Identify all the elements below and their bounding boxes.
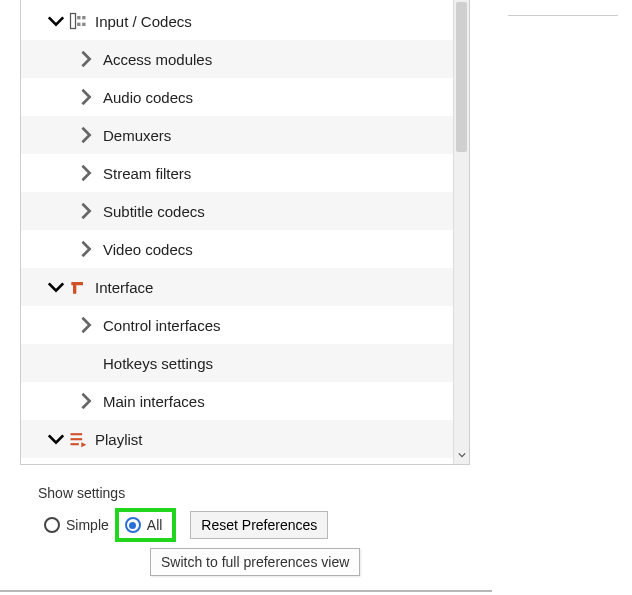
- svg-rect-7: [71, 443, 79, 445]
- tree-item-control-interfaces[interactable]: Control interfaces: [21, 306, 469, 344]
- tree-item-label: Stream filters: [103, 165, 191, 182]
- radio-dot-icon: [129, 522, 136, 529]
- settings-tree[interactable]: Input / Codecs Access modules Audio code…: [21, 0, 469, 464]
- chevron-right-icon: [77, 316, 95, 334]
- tree-item-label: Audio codecs: [103, 89, 193, 106]
- tree-category-label: Input / Codecs: [95, 13, 192, 30]
- tree-category-playlist[interactable]: Playlist: [21, 420, 469, 458]
- chevron-right-icon: [77, 392, 95, 410]
- chevron-down-icon: [47, 278, 65, 296]
- window-border-bottom: [0, 590, 492, 592]
- tree-item-label: Control interfaces: [103, 317, 221, 334]
- preferences-footer: Show settings Simple All Reset Preferenc…: [20, 475, 470, 543]
- codecs-icon: [65, 11, 91, 31]
- show-settings-label: Show settings: [38, 485, 470, 501]
- scroll-thumb[interactable]: [456, 2, 467, 152]
- tree-item-label: Main interfaces: [103, 393, 205, 410]
- chevron-down-icon: [47, 12, 65, 30]
- tree-category-label: Interface: [95, 279, 153, 296]
- tree-item-video-codecs[interactable]: Video codecs: [21, 230, 469, 268]
- svg-rect-2: [82, 16, 85, 19]
- chevron-down-icon: [47, 430, 65, 448]
- radio-icon: [125, 517, 141, 533]
- playlist-icon: [65, 429, 91, 449]
- chevron-right-icon: [77, 88, 95, 106]
- chevron-right-icon: [77, 164, 95, 182]
- chevron-right-icon: [77, 240, 95, 258]
- tree-item-label: Subtitle codecs: [103, 203, 205, 220]
- chevron-right-icon: [77, 50, 95, 68]
- tree-item-stream-filters[interactable]: Stream filters: [21, 154, 469, 192]
- tree-item-label: Video codecs: [103, 241, 193, 258]
- reset-preferences-button[interactable]: Reset Preferences: [190, 511, 328, 539]
- preferences-tree-panel: Input / Codecs Access modules Audio code…: [20, 0, 470, 465]
- tooltip: Switch to full preferences view: [150, 548, 360, 576]
- right-panel-fragment: [508, 0, 618, 16]
- radio-all[interactable]: All: [115, 508, 177, 542]
- tree-item-subtitle-codecs[interactable]: Subtitle codecs: [21, 192, 469, 230]
- show-settings-radio-group: Simple All Reset Preferences: [38, 507, 470, 543]
- tree-category-label: Playlist: [95, 431, 143, 448]
- vertical-scrollbar[interactable]: [453, 0, 469, 464]
- svg-rect-6: [71, 438, 83, 440]
- chevron-right-icon: [77, 202, 95, 220]
- brush-icon: [65, 277, 91, 297]
- tree-category-interface[interactable]: Interface: [21, 268, 469, 306]
- svg-rect-4: [82, 23, 85, 26]
- radio-simple[interactable]: Simple: [38, 508, 115, 542]
- tree-item-label: Access modules: [103, 51, 212, 68]
- svg-rect-3: [77, 23, 80, 26]
- tree-item-hotkeys-settings[interactable]: Hotkeys settings: [21, 344, 469, 382]
- radio-simple-label: Simple: [66, 517, 109, 533]
- tree-item-demuxers[interactable]: Demuxers: [21, 116, 469, 154]
- radio-all-label: All: [147, 517, 163, 533]
- tree-item-access-modules[interactable]: Access modules: [21, 40, 469, 78]
- radio-icon: [44, 517, 60, 533]
- tree-item-label: Demuxers: [103, 127, 171, 144]
- tree-item-main-interfaces[interactable]: Main interfaces: [21, 382, 469, 420]
- svg-rect-1: [77, 16, 80, 19]
- svg-rect-0: [71, 14, 76, 29]
- tree-item-audio-codecs[interactable]: Audio codecs: [21, 78, 469, 116]
- scroll-down-icon[interactable]: [454, 448, 469, 462]
- svg-rect-5: [71, 433, 83, 435]
- tree-item-label: Hotkeys settings: [103, 355, 213, 372]
- chevron-right-icon: [77, 126, 95, 144]
- tree-category-input-codecs[interactable]: Input / Codecs: [21, 2, 469, 40]
